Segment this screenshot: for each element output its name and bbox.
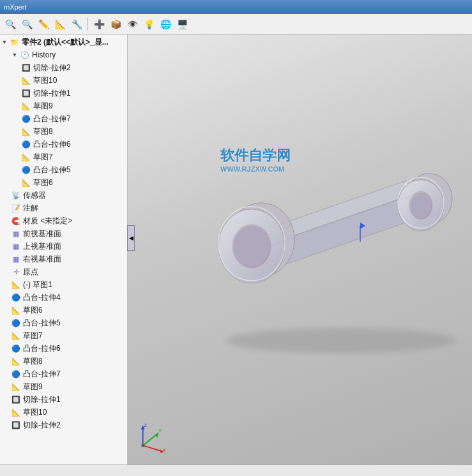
icon-material: 🧲 [10,216,22,226]
tree-item-sketch9b[interactable]: 📐 草图9 [0,380,127,393]
tree-items-container: 🔲 切除-拉伸2 📐 草图10 🔲 切除-拉伸1 📐 草图9 🔵 凸台-拉伸7 … [0,61,127,431]
title-bar: mXpert [0,0,472,14]
tree-item-front_plane[interactable]: ▦ 前视基准面 [0,227,127,240]
tree-item-boss4[interactable]: 🔵 凸台-拉伸4 [0,291,127,304]
tree-item-sketch10[interactable]: 📐 草图10 [0,74,127,87]
tree-item-origin[interactable]: ✛ 原点 [0,265,127,278]
toolbar-display[interactable]: 🖥️ [174,17,190,32]
icon-boss4: 🔵 [10,292,22,302]
tree-root[interactable]: ▼ 📁 零件2 (默认<<默认>_显... [0,36,127,48]
label-boss6b: 凸台-拉伸6 [23,343,61,354]
icon-boss5: 🔵 [20,165,32,175]
icon-boss7b: 🔵 [10,369,22,379]
tree-item-sketch6b[interactable]: 📐 草图6 [0,304,127,316]
icon-sketch7b: 📐 [10,331,22,341]
toolbar-measure[interactable]: 📐 [52,17,68,32]
main-layout: ▼ 📁 零件2 (默认<<默认>_显... ▼ 🕐 History 🔲 切除-拉… [0,34,472,465]
tree-item-sketch1[interactable]: 📐 (-) 草图1 [0,278,127,291]
tree-item-sketch10b[interactable]: 📐 草图10 [0,406,127,419]
tree-item-boss7[interactable]: 🔵 凸台-拉伸7 [0,112,127,125]
tree-item-right_plane[interactable]: ▦ 右视基准面 [0,253,127,265]
svg-line-25 [143,434,158,445]
label-sketch8: 草图8 [33,126,53,137]
history-collapse-icon: ▼ [10,49,19,61]
label-sketch1: (-) 草图1 [23,279,52,290]
svg-point-28 [141,444,144,447]
icon-sketch6: 📐 [20,177,32,188]
tree-item-boss5b[interactable]: 🔵 凸台-拉伸5 [0,316,127,329]
toolbar-add[interactable]: ➕ [91,17,107,32]
icon-boss6b: 🔵 [10,343,22,353]
icon-sketch8: 📐 [20,126,32,137]
icon-sketch7: 📐 [20,152,32,162]
label-boss6: 凸台-拉伸6 [33,138,71,150]
toolbar: 🔍 🔍 ✏️ 📐 🔧 ➕ 📦 👁️ 💡 🌐 🖥️ [0,14,472,34]
tree-history[interactable]: ▼ 🕐 History [0,48,127,61]
panel-collapse-button[interactable]: ◀ [127,225,135,251]
label-sketch8b: 草图8 [23,355,43,367]
label-sketch7b: 草图7 [23,330,43,341]
toolbar-tools[interactable]: 🔧 [69,17,84,32]
svg-point-0 [226,328,456,353]
history-label: History [32,49,56,61]
tree-item-sketch6[interactable]: 📐 草图6 [0,176,127,189]
toolbar-search1[interactable]: 🔍 [3,17,18,32]
icon-boss5b: 🔵 [10,318,22,328]
tree-item-cut2b[interactable]: 🔲 切除-拉伸2 [0,419,127,431]
tree-item-cut2[interactable]: 🔲 切除-拉伸2 [0,61,127,74]
toolbar-globe[interactable]: 🌐 [158,17,173,32]
label-cut2b: 切除-拉伸2 [23,419,61,431]
app-title: mXpert [4,3,26,11]
tree-item-note[interactable]: 📝 注解 [0,202,127,214]
label-sketch10: 草图10 [33,75,57,86]
icon-sketch8b: 📐 [10,356,22,366]
3d-model [194,130,472,360]
svg-line-22 [143,445,162,451]
toolbar-box[interactable]: 📦 [108,17,123,32]
icon-cut1: 🔲 [20,88,32,98]
tree-item-sensor[interactable]: 📡 传感器 [0,189,127,202]
icon-boss7: 🔵 [20,114,32,124]
icon-sketch1: 📐 [10,279,22,290]
label-cut1: 切除-拉伸1 [33,87,71,99]
label-sketch9b: 草图9 [23,381,43,392]
icon-right_plane: ▦ [10,254,22,264]
label-sketch6b: 草图6 [23,304,43,316]
icon-note: 📝 [10,203,22,213]
tree-item-boss6[interactable]: 🔵 凸台-拉伸6 [0,138,127,151]
tree-item-boss5[interactable]: 🔵 凸台-拉伸5 [0,163,127,176]
tree-item-boss7b[interactable]: 🔵 凸台-拉伸7 [0,368,127,380]
svg-point-7 [234,226,270,267]
icon-origin: ✛ [10,267,22,277]
toolbar-sep1 [88,18,88,31]
icon-sketch9: 📐 [20,101,32,111]
toolbar-edit[interactable]: ✏️ [36,17,51,32]
label-boss5b: 凸台-拉伸5 [23,317,61,329]
label-right_plane: 右视基准面 [23,253,61,265]
3d-viewport[interactable]: 软件自学网 WWW.RJZXW.COM Z X Y [128,34,472,465]
svg-text:X: X [163,447,166,453]
label-origin: 原点 [23,266,38,278]
tree-item-sketch7[interactable]: 📐 草图7 [0,151,127,163]
icon-boss6: 🔵 [20,139,32,149]
toolbar-search2[interactable]: 🔍 [19,17,34,32]
label-sensor: 传感器 [23,190,46,201]
svg-point-12 [411,193,431,218]
tree-item-top_plane[interactable]: ▦ 上视基准面 [0,240,127,253]
icon-sketch10b: 📐 [10,407,22,417]
tree-item-cut1b[interactable]: 🔲 切除-拉伸1 [0,393,127,406]
tree-item-sketch7b[interactable]: 📐 草图7 [0,329,127,342]
tree-item-material[interactable]: 🧲 材质 <未指定> [0,214,127,227]
root-collapse-icon: ▼ [0,36,9,48]
toolbar-view[interactable]: 👁️ [125,17,140,32]
tree-item-boss6b[interactable]: 🔵 凸台-拉伸6 [0,342,127,355]
tree-item-sketch9[interactable]: 📐 草图9 [0,100,127,112]
icon-cut1b: 🔲 [10,394,22,405]
tree-item-cut1[interactable]: 🔲 切除-拉伸1 [0,87,127,100]
icon-front_plane: ▦ [10,228,22,239]
tree-panel: ▼ 📁 零件2 (默认<<默认>_显... ▼ 🕐 History 🔲 切除-拉… [0,34,128,465]
tree-item-sketch8b[interactable]: 📐 草图8 [0,355,127,368]
tree-item-sketch8[interactable]: 📐 草图8 [0,125,127,138]
label-cut2: 切除-拉伸2 [33,62,71,73]
toolbar-light[interactable]: 💡 [141,17,156,32]
